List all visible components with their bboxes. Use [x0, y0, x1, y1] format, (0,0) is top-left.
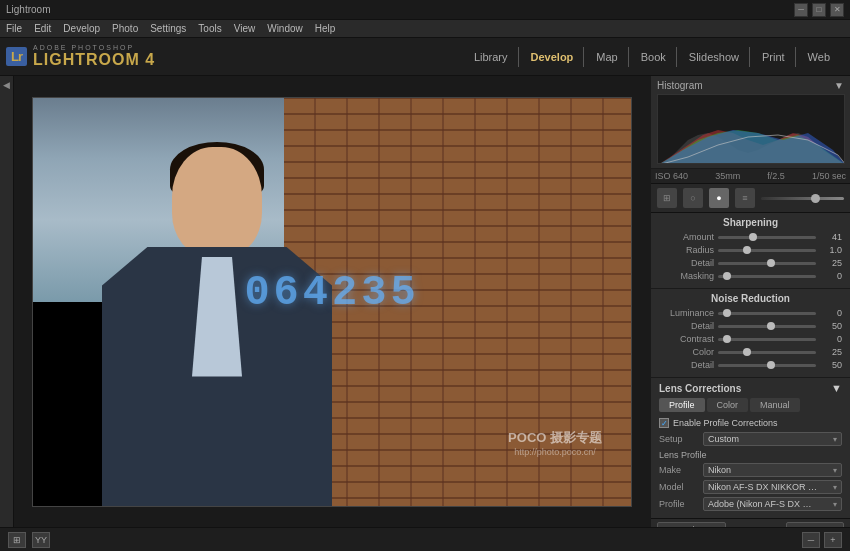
detail-label: Detail [659, 258, 714, 268]
zoom-in-btn[interactable]: + [824, 532, 842, 548]
right-panel: Histogram ▼ ISO 640 [650, 76, 850, 527]
menu-tools[interactable]: Tools [198, 23, 221, 34]
enable-profile-checkbox[interactable] [659, 418, 669, 428]
luminance-label: Luminance [659, 308, 714, 318]
window-title: Lightroom [6, 4, 50, 15]
menu-settings[interactable]: Settings [150, 23, 186, 34]
view-toggle-btn[interactable]: ⊞ [8, 532, 26, 548]
masking-slider[interactable] [718, 275, 816, 278]
menu-view[interactable]: View [234, 23, 256, 34]
lines-tool[interactable]: ≡ [735, 188, 755, 208]
detail-thumb [767, 259, 775, 267]
model-label: Model [659, 482, 699, 492]
menu-edit[interactable]: Edit [34, 23, 51, 34]
contrast-slider[interactable] [718, 338, 816, 341]
photo-container: 064235 POCO 摄影专题 http://photo.poco.cn/ [32, 97, 632, 507]
nr-contrast-row: Contrast 0 [659, 334, 842, 344]
make-value[interactable]: Nikon ▾ [703, 463, 842, 477]
luminance-slider[interactable] [718, 312, 816, 315]
reset-button[interactable]: Reset [786, 522, 844, 527]
nr-color-row: Color 25 [659, 347, 842, 357]
nr-detail-slider[interactable] [718, 325, 816, 328]
radius-value: 1.0 [820, 245, 842, 255]
make-arrow: ▾ [833, 466, 837, 475]
setup-label: Setup [659, 434, 699, 444]
luminance-value: 0 [820, 308, 842, 318]
camera-info: ISO 640 35mm f/2.5 1/50 sec [651, 169, 850, 184]
top-nav: Library Develop Map Book Slideshow Print… [464, 47, 840, 67]
restore-button[interactable]: □ [812, 3, 826, 17]
lens-tabs: Profile Color Manual [659, 398, 842, 412]
focal-info: 35mm [715, 171, 740, 181]
menu-file[interactable]: File [6, 23, 22, 34]
detail-slider[interactable] [718, 262, 816, 265]
histogram-section: Histogram ▼ [651, 76, 850, 169]
lens-arrow[interactable]: ▼ [831, 382, 842, 394]
sharpening-detail-row: Detail 25 [659, 258, 842, 268]
smoothness-value: 50 [820, 360, 842, 370]
dot-tool[interactable]: ● [709, 188, 729, 208]
menu-window[interactable]: Window [267, 23, 303, 34]
amount-slider[interactable] [718, 236, 816, 239]
model-row: Model Nikon AF-S DX NIKKOR 35mm... ▾ [659, 480, 842, 494]
nav-slideshow[interactable]: Slideshow [679, 47, 750, 67]
title-bar: Lightroom ─ □ ✕ [0, 0, 850, 20]
minimize-button[interactable]: ─ [794, 3, 808, 17]
nav-book[interactable]: Book [631, 47, 677, 67]
nav-map[interactable]: Map [586, 47, 628, 67]
profile-row: Profile Adobe (Nikon AF-S DX NIKKO... ▾ [659, 497, 842, 511]
lens-profile-group: Lens Profile Make Nikon ▾ Model Nikon AF… [659, 450, 842, 511]
nav-library[interactable]: Library [464, 47, 519, 67]
masking-thumb [723, 272, 731, 280]
detail-value: 25 [820, 258, 842, 268]
make-label: Make [659, 465, 699, 475]
photo-frame [32, 97, 632, 507]
enable-profile-label: Enable Profile Corrections [673, 418, 778, 428]
histogram-graph [658, 95, 845, 164]
close-button[interactable]: ✕ [830, 3, 844, 17]
amount-thumb [749, 233, 757, 241]
menu-develop[interactable]: Develop [63, 23, 100, 34]
menu-help[interactable]: Help [315, 23, 336, 34]
radius-thumb [743, 246, 751, 254]
histogram-title: Histogram ▼ [657, 80, 844, 91]
nav-develop[interactable]: Develop [521, 47, 585, 67]
lens-tab-manual[interactable]: Manual [750, 398, 800, 412]
nr-detail-row: Detail 50 [659, 321, 842, 331]
bottom-nav-right: ─ + [802, 532, 842, 548]
menu-photo[interactable]: Photo [112, 23, 138, 34]
sharpening-radius-row: Radius 1.0 [659, 245, 842, 255]
make-row: Make Nikon ▾ [659, 463, 842, 477]
nav-print[interactable]: Print [752, 47, 796, 67]
left-panel-toggle[interactable]: ◀ [2, 80, 12, 90]
grid-tool[interactable]: ⊞ [657, 188, 677, 208]
bottom-nav-left: ⊞ YY [8, 532, 50, 548]
window-controls: ─ □ ✕ [794, 3, 844, 17]
smoothness-thumb [767, 361, 775, 369]
aperture-info: f/2.5 [767, 171, 785, 181]
zoom-out-btn[interactable]: ─ [802, 532, 820, 548]
lr-badge: Lr [6, 47, 27, 66]
lens-tab-profile[interactable]: Profile [659, 398, 705, 412]
profile-value[interactable]: Adobe (Nikon AF-S DX NIKKO... ▾ [703, 497, 842, 511]
setup-value[interactable]: Custom ▾ [703, 432, 842, 446]
histogram-canvas [657, 94, 845, 164]
nav-web[interactable]: Web [798, 47, 840, 67]
shutter-info: 1/50 sec [812, 171, 846, 181]
model-value[interactable]: Nikon AF-S DX NIKKOR 35mm... ▾ [703, 480, 842, 494]
contrast-value: 0 [820, 334, 842, 344]
model-arrow: ▾ [833, 483, 837, 492]
color-slider[interactable] [718, 351, 816, 354]
lens-tab-color[interactable]: Color [707, 398, 749, 412]
circle-tool[interactable]: ○ [683, 188, 703, 208]
lens-title: Lens Corrections [659, 383, 741, 394]
tool-slider[interactable] [761, 197, 844, 200]
fit-btn[interactable]: YY [32, 532, 50, 548]
radius-slider[interactable] [718, 249, 816, 252]
smoothness-slider[interactable] [718, 364, 816, 367]
radius-label: Radius [659, 245, 714, 255]
iso-info: ISO 640 [655, 171, 688, 181]
histogram-arrow[interactable]: ▼ [834, 80, 844, 91]
tool-row: ⊞ ○ ● ≡ [651, 184, 850, 213]
previous-button[interactable]: Previous [657, 522, 726, 527]
